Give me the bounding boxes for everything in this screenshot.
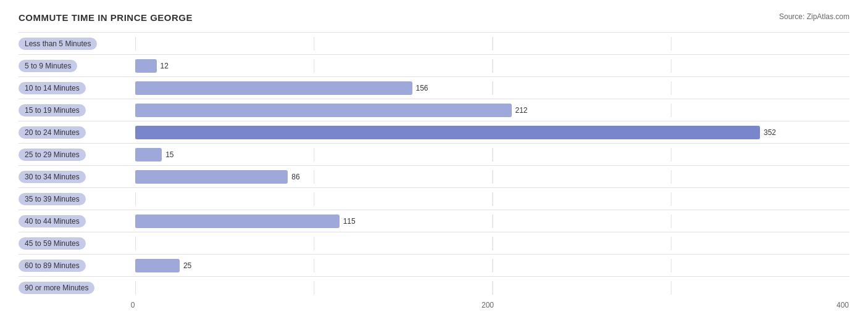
header-row: COMMUTE TIME IN PRINCE GEORGE Source: Zi… <box>19 12 849 27</box>
bar-label: 30 to 34 Minutes <box>19 171 86 183</box>
bar-row: Less than 5 Minutes <box>19 32 849 54</box>
bar-label: 15 to 19 Minutes <box>19 104 86 117</box>
bar-value-label: 156 <box>416 84 428 92</box>
label-cell: 20 to 24 Minutes <box>19 126 133 139</box>
bar <box>135 170 288 184</box>
bar-cell: 115 <box>133 215 849 228</box>
bar-row: 40 to 44 Minutes115 <box>19 210 849 232</box>
bar <box>135 259 180 272</box>
bar <box>135 126 760 139</box>
bar-value-label: 86 <box>291 173 299 181</box>
bar-cell: 15 <box>133 148 849 162</box>
bar-row: 25 to 29 Minutes15 <box>19 143 849 165</box>
bar-value-label: 12 <box>161 62 169 70</box>
label-cell: 40 to 44 Minutes <box>19 215 133 227</box>
x-axis-tick: 200 <box>482 301 494 309</box>
bar-cell <box>133 37 849 51</box>
label-cell: 15 to 19 Minutes <box>19 104 133 117</box>
bar-row: 15 to 19 Minutes212 <box>19 99 849 121</box>
bar <box>135 59 157 73</box>
bar-label: 10 to 14 Minutes <box>19 82 86 94</box>
label-cell: Less than 5 Minutes <box>19 38 133 50</box>
bar-label: 90 or more Minutes <box>19 282 94 294</box>
bar-value-label: 15 <box>165 150 173 159</box>
bar-label: 25 to 29 Minutes <box>19 149 86 161</box>
label-cell: 10 to 14 Minutes <box>19 82 133 94</box>
label-cell: 5 to 9 Minutes <box>19 60 133 72</box>
bar-label: Less than 5 Minutes <box>19 38 97 50</box>
x-axis-tick: 0 <box>131 301 135 309</box>
bar-row: 5 to 9 Minutes12 <box>19 54 849 76</box>
bar-label: 60 to 89 Minutes <box>19 260 86 272</box>
bar-value-label: 115 <box>343 217 356 226</box>
bar-cell: 352 <box>133 126 849 139</box>
bar-row: 35 to 39 Minutes <box>19 187 849 210</box>
x-axis-tick: 400 <box>837 301 849 309</box>
bar <box>135 81 412 95</box>
label-cell: 30 to 34 Minutes <box>19 171 133 183</box>
bar-cell: 86 <box>133 170 849 184</box>
bar <box>135 215 340 228</box>
bar-cell <box>133 237 849 250</box>
bar <box>135 148 162 162</box>
source-label: Source: ZipAtlas.com <box>779 12 849 21</box>
bar-value-label: 25 <box>183 261 191 270</box>
bar-cell: 12 <box>133 59 849 73</box>
bar-cell: 156 <box>133 81 849 95</box>
chart-area: Less than 5 Minutes5 to 9 Minutes1210 to… <box>19 32 849 298</box>
bar-cell <box>133 281 849 295</box>
bar-value-label: 352 <box>764 128 776 137</box>
bar-label: 35 to 39 Minutes <box>19 193 86 205</box>
bar <box>135 104 512 117</box>
bar-cell: 25 <box>133 259 849 272</box>
bar-row: 45 to 59 Minutes <box>19 232 849 254</box>
bar-row: 90 or more Minutes <box>19 276 849 298</box>
label-cell: 60 to 89 Minutes <box>19 260 133 272</box>
bar-row: 30 to 34 Minutes86 <box>19 165 849 187</box>
bar-label: 20 to 24 Minutes <box>19 126 86 139</box>
bar-cell <box>133 192 849 206</box>
bar-row: 60 to 89 Minutes25 <box>19 254 849 276</box>
chart-title: COMMUTE TIME IN PRINCE GEORGE <box>19 12 193 23</box>
bar-value-label: 212 <box>515 106 528 115</box>
bar-cell: 212 <box>133 104 849 117</box>
label-cell: 35 to 39 Minutes <box>19 193 133 205</box>
x-axis: 0200400 <box>133 301 843 313</box>
bar-label: 45 to 59 Minutes <box>19 237 86 250</box>
label-cell: 45 to 59 Minutes <box>19 237 133 250</box>
label-cell: 25 to 29 Minutes <box>19 149 133 161</box>
bar-label: 5 to 9 Minutes <box>19 60 77 72</box>
bar-label: 40 to 44 Minutes <box>19 215 86 227</box>
label-cell: 90 or more Minutes <box>19 282 133 294</box>
chart-container: COMMUTE TIME IN PRINCE GEORGE Source: Zi… <box>19 12 849 313</box>
bar-row: 20 to 24 Minutes352 <box>19 121 849 143</box>
bar-row: 10 to 14 Minutes156 <box>19 76 849 99</box>
